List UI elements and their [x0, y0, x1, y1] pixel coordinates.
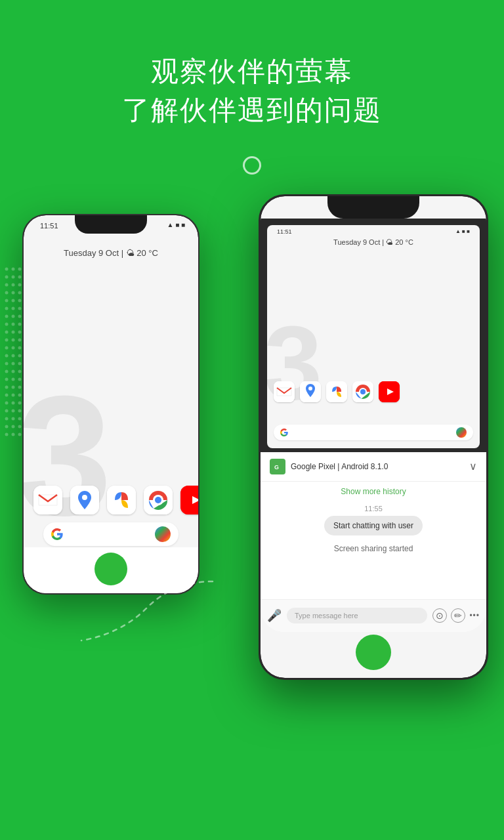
pixel-icon: G: [270, 459, 285, 474]
svg-point-41: [18, 370, 22, 373]
chat-timestamp: 11:55: [261, 501, 486, 516]
svg-point-1: [12, 268, 15, 271]
svg-point-18: [5, 315, 9, 318]
gmail-icon-left[interactable]: [33, 486, 62, 514]
home-button-left[interactable]: [94, 553, 127, 585]
headphones-icon[interactable]: ⊙: [432, 608, 447, 623]
svg-point-47: [18, 386, 22, 389]
svg-point-17: [18, 307, 22, 310]
svg-point-58: [12, 417, 15, 421]
chat-panel: G Google Pixel | Android 8.1.0 ∨ Show mo…: [261, 452, 486, 632]
svg-point-42: [5, 378, 9, 381]
svg-point-60: [5, 425, 9, 429]
google-search-inner: [274, 425, 473, 440]
screen-share-inner: 11:51 ▲ ■ ■ Tuesday 9 Oct | 🌤 20 °C 3: [267, 225, 480, 448]
chrome-icon-inner: [352, 381, 373, 402]
youtube-icon-left[interactable]: [180, 486, 198, 514]
device-label: Google Pixel | Android 8.1.0: [291, 462, 464, 471]
chat-input-field[interactable]: Type message here: [287, 608, 427, 623]
app-icons-left: [33, 486, 188, 514]
phone-right: 11:51 ▲ ■ ■ Tuesday 9 Oct | 🌤 20 °C 3: [259, 194, 488, 680]
svg-point-13: [12, 299, 15, 303]
title-line1: 观察伙伴的萤幕: [151, 56, 353, 87]
svg-point-79: [308, 387, 312, 390]
phone-date-left: Tuesday 9 Oct | 🌤 20 °C: [24, 248, 198, 258]
svg-point-54: [5, 410, 9, 413]
time-left: 11:51: [40, 222, 58, 230]
svg-point-56: [18, 410, 22, 413]
screen-share-date: Tuesday 9 Oct | 🌤 20 °C: [267, 238, 480, 246]
svg-point-28: [12, 339, 15, 342]
svg-text:G: G: [274, 464, 279, 471]
maps-icon-left[interactable]: [70, 486, 99, 514]
chat-header: G Google Pixel | Android 8.1.0 ∨: [261, 452, 486, 482]
expand-icon[interactable]: ∨: [469, 460, 477, 472]
svg-point-50: [18, 394, 22, 397]
show-history-link[interactable]: Show more history: [261, 482, 486, 501]
title-heading: 观察伙伴的萤幕 了解伙伴遇到的问题: [122, 52, 382, 130]
svg-point-29: [18, 339, 22, 342]
home-button-right[interactable]: [356, 635, 391, 670]
svg-point-45: [5, 386, 9, 389]
title-line2: 了解伙伴遇到的问题: [122, 94, 382, 125]
photos-icon-left[interactable]: [107, 486, 136, 514]
svg-point-55: [12, 410, 15, 413]
title-section: 观察伙伴的萤幕 了解伙伴遇到的问题: [122, 52, 382, 130]
svg-point-65: [18, 433, 22, 436]
youtube-icon-inner: [379, 381, 400, 402]
maps-icon-inner: [300, 381, 321, 402]
svg-point-52: [12, 402, 15, 405]
svg-point-26: [18, 331, 22, 334]
svg-point-27: [5, 339, 9, 342]
screen-sharing-text: Screen sharing started: [261, 541, 486, 556]
google-assistant-left[interactable]: [155, 526, 171, 542]
svg-point-7: [12, 284, 15, 287]
chrome-icon-left[interactable]: [144, 486, 173, 514]
screen-share-status: 11:51 ▲ ■ ■: [277, 228, 470, 235]
svg-point-12: [5, 299, 9, 303]
svg-point-0: [5, 268, 9, 271]
gmail-icon-inner: [274, 381, 295, 402]
svg-point-19: [12, 315, 15, 318]
pixel-logo: G: [272, 461, 283, 472]
svg-point-16: [12, 307, 15, 310]
svg-point-69: [82, 495, 87, 500]
svg-point-35: [18, 354, 22, 358]
svg-point-51: [5, 402, 9, 405]
chat-input-area: 🎤 Type message here ⊙ ✏ •••: [261, 599, 486, 632]
svg-point-38: [18, 362, 22, 366]
svg-point-48: [5, 394, 9, 397]
phone-right-screen: 11:51 ▲ ■ ■ Tuesday 9 Oct | 🌤 20 °C 3: [261, 196, 486, 678]
dotted-curve: [42, 568, 226, 654]
google-logo-left: [51, 528, 63, 540]
svg-point-15: [5, 307, 9, 310]
svg-point-53: [18, 402, 22, 405]
mic-icon[interactable]: 🎤: [267, 608, 282, 623]
svg-point-6: [5, 284, 9, 287]
svg-point-2: [18, 268, 22, 271]
svg-point-33: [5, 354, 9, 358]
google-search-left[interactable]: [33, 522, 188, 546]
svg-point-25: [12, 331, 15, 334]
svg-point-24: [5, 331, 9, 334]
signal-icons-left: ▲ ■ ■: [167, 221, 185, 228]
phone-left-notch: [75, 215, 147, 234]
google-assistant-inner: [456, 427, 467, 438]
chat-bubble: Start chatting with user: [324, 516, 423, 536]
photos-icon-inner: [326, 381, 347, 402]
svg-point-64: [12, 433, 15, 436]
phone-right-notch: [327, 196, 419, 219]
svg-point-44: [18, 378, 22, 381]
svg-point-83: [360, 389, 366, 394]
chat-bubble-container: Start chatting with user: [261, 516, 486, 541]
more-icon[interactable]: •••: [469, 611, 480, 620]
chat-input-placeholder: Type message here: [295, 612, 358, 620]
svg-point-31: [12, 346, 15, 350]
svg-point-59: [18, 417, 22, 421]
svg-point-40: [12, 370, 15, 373]
svg-point-37: [12, 362, 15, 366]
pen-icon[interactable]: ✏: [451, 608, 465, 623]
screen-share-area: 11:51 ▲ ■ ■ Tuesday 9 Oct | 🌤 20 °C 3: [261, 219, 486, 455]
svg-point-30: [5, 346, 9, 350]
svg-point-22: [12, 323, 15, 326]
